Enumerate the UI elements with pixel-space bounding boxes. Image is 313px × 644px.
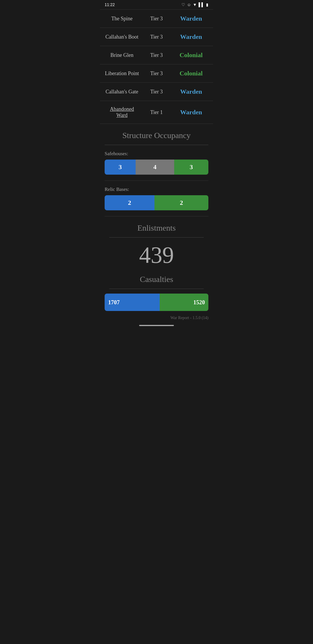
location-name: Callahan's Boot — [105, 34, 139, 40]
safehouses-warden-segment: 3 — [105, 160, 136, 175]
enlistments-value: 439 — [105, 238, 208, 275]
location-faction: Colonial — [174, 70, 208, 77]
safehouses-bar: 3 4 3 — [105, 160, 208, 175]
location-name: The Spine — [105, 16, 139, 22]
casualties-colonial-segment: 1520 — [160, 294, 208, 311]
casualties-section: Casualties 1707 1520 — [100, 275, 213, 311]
battery-icon: ▮ — [206, 2, 208, 7]
relic-warden-segment: 2 — [105, 195, 154, 210]
relic-bases-bar: 2 2 — [105, 195, 208, 210]
relic-colonial-value: 2 — [180, 199, 183, 207]
safehouses-neutral-segment: 4 — [136, 160, 174, 175]
location-row[interactable]: Abandoned WardTier 1Warden — [100, 101, 213, 124]
casualties-colonial-value: 1520 — [193, 299, 205, 306]
version-info: War Report - 1.5.0 (14) — [100, 311, 213, 323]
safehouses-warden-value: 3 — [119, 163, 122, 171]
location-row[interactable]: Callahan's GateTier 3Warden — [100, 83, 213, 101]
location-faction: Warden — [174, 88, 208, 95]
location-faction: Warden — [174, 33, 208, 41]
safehouses-colonial-segment: 3 — [174, 160, 208, 175]
enlistments-header: Enlistments — [105, 223, 208, 237]
safehouses-neutral-value: 4 — [153, 163, 156, 171]
location-faction: Warden — [174, 15, 208, 22]
location-faction: Warden — [174, 108, 208, 116]
location-row[interactable]: Brine GlenTier 3Colonial — [100, 46, 213, 64]
relic-colonial-segment: 2 — [154, 195, 208, 210]
location-table: The SpineTier 3WardenCallahan's BootTier… — [100, 10, 213, 124]
location-name: Abandoned Ward — [105, 106, 139, 118]
safehouses-colonial-value: 3 — [190, 163, 193, 171]
structure-occupancy-header: Structure Occupancy — [100, 124, 213, 145]
relic-bases-label: Relic Bases: — [105, 187, 208, 192]
location-row[interactable]: Liberation PointTier 3Colonial — [100, 64, 213, 83]
location-tier: Tier 3 — [139, 52, 174, 58]
status-bar: 11:22 ♡ ☺ ▼ ▌▌ ▮ — [100, 0, 213, 9]
location-row[interactable]: Callahan's BootTier 3Warden — [100, 28, 213, 46]
signal-icon: ▌▌ — [199, 2, 204, 7]
enlistments-section: Enlistments 439 — [100, 216, 213, 275]
safehouses-label: Safehouses: — [105, 151, 208, 157]
location-tier: Tier 3 — [139, 89, 174, 95]
location-name: Liberation Point — [105, 70, 139, 77]
status-icons: ♡ ☺ ▼ ▌▌ ▮ — [181, 2, 208, 7]
location-faction: Colonial — [174, 51, 208, 59]
casualties-bar: 1707 1520 — [105, 294, 208, 311]
structure-section: Safehouses: 3 4 3 Relic Bases: 2 2 — [100, 145, 213, 216]
safehouses-row: Safehouses: 3 4 3 — [105, 145, 208, 181]
location-row[interactable]: The SpineTier 3Warden — [100, 10, 213, 28]
wifi-icon: ▼ — [193, 2, 197, 7]
location-name: Brine Glen — [105, 52, 139, 58]
location-tier: Tier 3 — [139, 70, 174, 77]
home-indicator — [139, 325, 174, 326]
casualties-divider — [109, 289, 204, 289]
casualties-header: Casualties — [105, 275, 208, 289]
relic-bases-row: Relic Bases: 2 2 — [105, 181, 208, 216]
heart-icon: ♡ — [181, 2, 185, 7]
location-name: Callahan's Gate — [105, 89, 139, 95]
time-display: 11:22 — [105, 2, 115, 7]
location-tier: Tier 1 — [139, 109, 174, 115]
smiley-icon: ☺ — [187, 2, 191, 7]
location-tier: Tier 3 — [139, 16, 174, 22]
relic-warden-value: 2 — [128, 199, 131, 207]
location-tier: Tier 3 — [139, 34, 174, 40]
casualties-warden-value: 1707 — [108, 299, 120, 306]
casualties-warden-segment: 1707 — [105, 294, 160, 311]
